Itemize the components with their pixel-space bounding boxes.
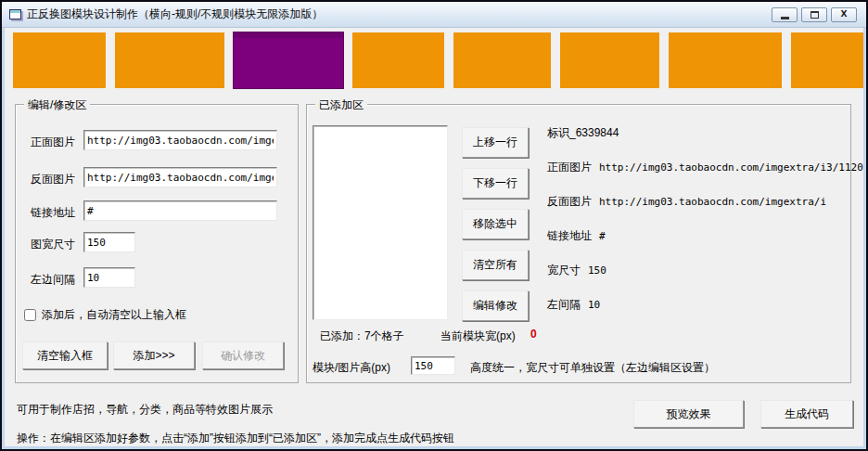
- confirm-edit-button[interactable]: 确认修改: [202, 341, 284, 369]
- module-block-orange[interactable]: [669, 32, 782, 88]
- module-block-orange[interactable]: [560, 32, 659, 88]
- auto-clear-checkbox-row: 添加后，自动清空以上输入框: [24, 307, 186, 323]
- close-button[interactable]: X: [831, 7, 857, 22]
- module-height-note: 高度统一，宽尺寸可单独设置（左边编辑区设置）: [470, 360, 715, 376]
- titlebar: 正反换图模块设计制作（横向-规则/不规则模块无限添加版） X: [2, 2, 866, 28]
- added-count-text: 已添加：7个格子: [320, 329, 404, 344]
- window-title: 正反换图模块设计制作（横向-规则/不规则模块无限添加版）: [27, 6, 323, 22]
- info-identifier: 标识_6339844: [547, 125, 619, 141]
- back-image-label: 反面图片: [31, 172, 75, 187]
- image-width-label: 图宽尺寸: [31, 237, 75, 252]
- module-block-orange[interactable]: [453, 32, 551, 88]
- image-width-input[interactable]: [83, 232, 135, 252]
- footer-usage-text: 可用于制作店招，导航，分类，商品等特效图片展示: [17, 402, 273, 418]
- form-icon: [9, 9, 21, 19]
- clear-inputs-button[interactable]: 清空输入框: [22, 341, 108, 369]
- link-address-input[interactable]: [83, 200, 277, 221]
- back-image-input[interactable]: [83, 167, 277, 187]
- auto-clear-checkbox[interactable]: [24, 309, 36, 321]
- module-block-orange[interactable]: [115, 32, 224, 88]
- add-button[interactable]: 添加>>>: [113, 341, 195, 369]
- info-left-gap: 左间隔10: [547, 297, 600, 313]
- module-block-orange[interactable]: [791, 32, 863, 88]
- added-items-listbox[interactable]: [313, 125, 448, 320]
- move-down-button[interactable]: 下移一行: [462, 168, 529, 199]
- minimize-button[interactable]: [772, 7, 798, 22]
- left-gap-input[interactable]: [83, 267, 135, 288]
- added-groupbox-title: 已添加区: [315, 97, 367, 113]
- move-up-button[interactable]: 上移一行: [462, 127, 529, 158]
- module-block-purple[interactable]: [234, 32, 343, 88]
- module-height-input[interactable]: [411, 356, 455, 375]
- preview-button[interactable]: 预览效果: [633, 400, 744, 428]
- module-height-label: 模块/图片高(px): [313, 360, 390, 376]
- module-blocks: [13, 32, 863, 88]
- current-width-value: 0: [530, 328, 537, 341]
- restore-button[interactable]: [801, 7, 827, 22]
- edit-groupbox-title: 编辑/修改区: [24, 97, 90, 113]
- info-width: 宽尺寸150: [547, 263, 606, 278]
- generate-code-button[interactable]: 生成代码: [760, 400, 853, 428]
- minimize-icon: [781, 17, 789, 19]
- info-back-image: 反面图片http://img03.taobaocdn.com/imgextra/…: [547, 194, 826, 210]
- module-block-orange[interactable]: [13, 32, 106, 88]
- current-width-label: 当前模块宽(px): [440, 329, 516, 344]
- app-window: 正反换图模块设计制作（横向-规则/不规则模块无限添加版） X 编辑/修改区 正面…: [0, 0, 868, 451]
- module-block-orange[interactable]: [352, 32, 444, 88]
- remove-selected-button[interactable]: 移除选中: [462, 209, 529, 239]
- edit-modify-button[interactable]: 编辑修改: [462, 290, 529, 321]
- link-address-label: 链接地址: [31, 205, 75, 221]
- front-image-label: 正面图片: [31, 135, 75, 150]
- info-front-image: 正面图片http://img03.taobaocdn.com/imgextra/…: [547, 160, 863, 175]
- restore-icon: [811, 11, 819, 19]
- footer-operation-text: 操作：在编辑区添加好参数，点击“添加”按钮添加到“已添加区”，添加完成点生成代码…: [17, 431, 454, 446]
- clear-all-button[interactable]: 清空所有: [462, 250, 529, 280]
- auto-clear-checkbox-label: 添加后，自动清空以上输入框: [42, 307, 186, 323]
- front-image-input[interactable]: [83, 130, 277, 150]
- left-gap-label: 左边间隔: [31, 272, 75, 288]
- info-link-address: 链接地址#: [547, 228, 606, 244]
